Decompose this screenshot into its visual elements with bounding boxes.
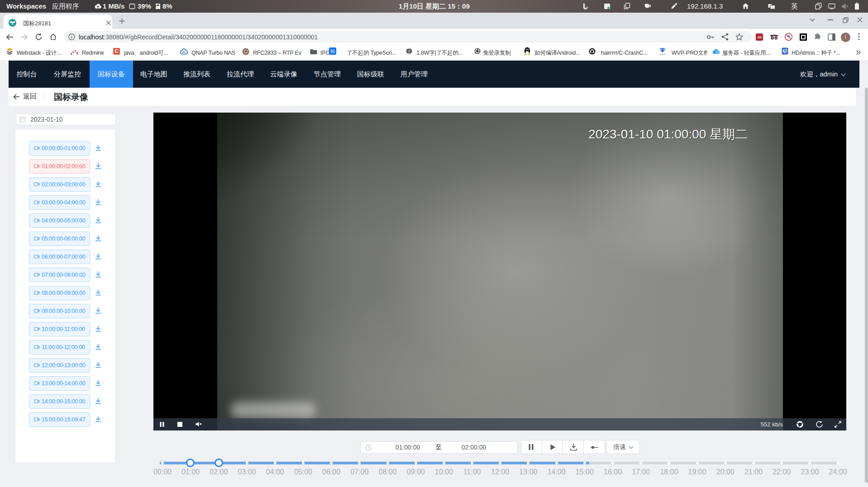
svg-text:WVP PRO: WVP PRO — [659, 54, 666, 56]
